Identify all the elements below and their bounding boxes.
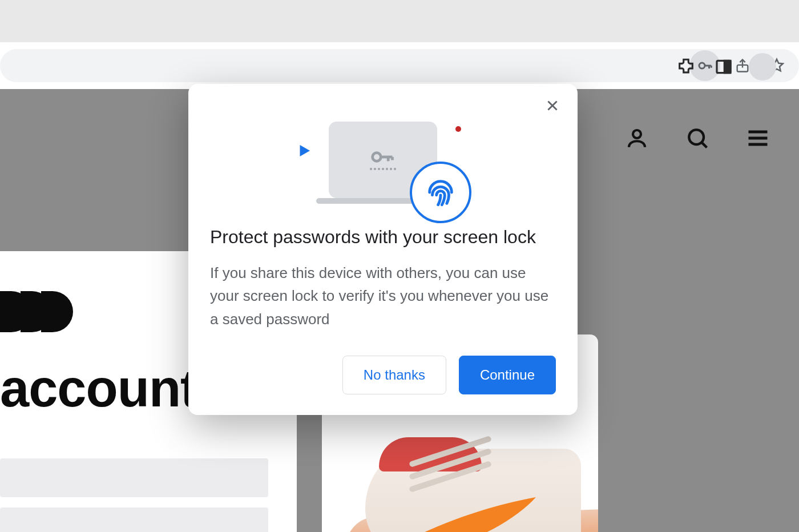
popover-actions: No thanks Continue: [210, 356, 556, 394]
laptop-illustration: [329, 122, 437, 198]
form-field[interactable]: [0, 458, 268, 497]
password-dots: [370, 168, 396, 170]
extensions-puzzle-icon: [676, 57, 696, 76]
hamburger-menu-icon: [745, 126, 770, 151]
site-menu-button[interactable]: [745, 126, 770, 151]
key-icon: [370, 150, 396, 164]
svg-point-6: [373, 153, 381, 162]
continue-button[interactable]: Continue: [459, 356, 556, 394]
sidepanel-button[interactable]: [711, 54, 736, 79]
person-icon: [625, 126, 649, 150]
play-icon: [296, 142, 313, 159]
popover-title: Protect passwords with your screen lock: [210, 227, 556, 248]
svg-point-5: [689, 130, 704, 144]
account-form: [0, 458, 297, 532]
svg-point-4: [633, 130, 641, 138]
red-indicator-dot: [455, 126, 461, 132]
extensions-button[interactable]: [673, 54, 699, 79]
profile-avatar[interactable]: [749, 53, 776, 80]
site-account-button[interactable]: [624, 126, 649, 151]
svg-rect-3: [724, 61, 731, 72]
popover-illustration: [210, 100, 556, 220]
sidepanel-icon: [715, 58, 733, 76]
no-thanks-button[interactable]: No thanks: [342, 356, 446, 394]
fingerprint-badge: [410, 162, 471, 223]
window-top-spacer: [0, 0, 799, 42]
screen-lock-popover: Protect passwords with your screen lock …: [188, 84, 578, 415]
browser-toolbar-right: [673, 50, 799, 83]
form-field[interactable]: [0, 507, 268, 532]
site-header-actions: [624, 126, 770, 151]
site-search-button[interactable]: [685, 126, 710, 151]
popover-body: If you share this device with others, yo…: [210, 261, 556, 331]
browser-toolbar: [0, 42, 799, 89]
search-icon: [685, 126, 710, 151]
fingerprint-icon: [424, 176, 457, 209]
